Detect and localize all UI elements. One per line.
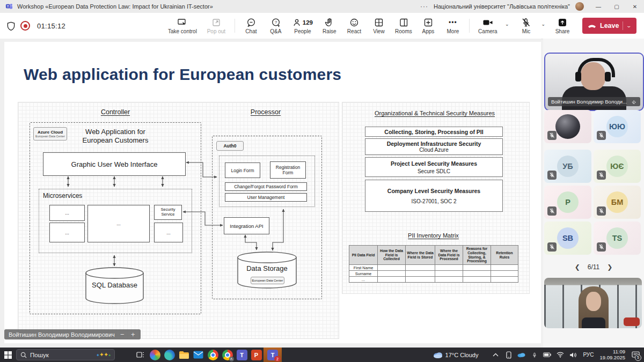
battery-icon[interactable] <box>543 350 551 360</box>
participant-tile[interactable]: ЮЄ <box>594 150 641 183</box>
tray-expand-chevron-icon[interactable] <box>492 350 500 360</box>
shared-screen-stage: Web application for European customers <box>0 39 541 348</box>
task-view-button[interactable] <box>133 348 148 362</box>
take-control-button[interactable]: Take control <box>163 14 202 38</box>
share-button[interactable]: Share <box>550 14 575 38</box>
minimize-button[interactable]: — <box>589 0 608 13</box>
teams-icon: T <box>237 350 247 360</box>
raise-hand-button[interactable]: Raise <box>317 14 342 38</box>
mic-muted-badge <box>597 171 606 180</box>
speaker-video-tile[interactable]: Войтишин Володимир Володи... <box>544 53 644 111</box>
volume-icon[interactable] <box>569 350 577 360</box>
camera-chevron-icon[interactable]: ⌄ <box>505 21 509 27</box>
table-row: ... <box>349 277 518 283</box>
view-button[interactable]: View <box>367 14 391 38</box>
leave-button[interactable]: Leave ⌄ <box>582 18 636 34</box>
zoom-in-button[interactable]: + <box>130 330 136 338</box>
participant-initials: Р <box>557 191 579 213</box>
chrome-icon <box>208 350 218 360</box>
data-storage-label: Data Storage <box>238 264 296 272</box>
taskbar-edge-button[interactable] <box>162 348 177 362</box>
raise-hand-icon <box>325 18 334 27</box>
apps-icon <box>423 18 433 27</box>
onedrive-icon[interactable] <box>517 350 525 360</box>
copilot-sparkles-icon: ✦✦✦✦ <box>96 351 111 358</box>
taskbar-copilot-button[interactable] <box>148 348 162 362</box>
weather-widget[interactable]: 17°C Cloudy <box>433 351 479 358</box>
zoom-out-button[interactable]: − <box>119 330 126 338</box>
rooms-button[interactable]: Rooms <box>391 14 416 38</box>
maximize-button[interactable]: ▢ <box>608 0 626 13</box>
chevron-left-icon[interactable]: ❮ <box>575 263 580 271</box>
table-row: Surname <box>349 271 518 277</box>
login-form-box: Login Form <box>225 162 260 178</box>
people-button[interactable]: 129 People <box>288 14 317 38</box>
titlebar-overflow-menu[interactable]: ··· <box>420 3 428 10</box>
close-button[interactable]: ✕ <box>626 0 644 13</box>
app-title: Web Application for European Customers <box>75 128 156 145</box>
qa-button[interactable]: ? Q&A <box>264 14 288 38</box>
pagination-label: 6/11 <box>588 263 599 271</box>
participant-tile[interactable]: УБ <box>544 150 591 183</box>
share-icon <box>558 18 567 27</box>
react-button[interactable]: React <box>342 14 367 38</box>
microservice-box: ... <box>87 205 150 242</box>
taskbar-explorer-button[interactable] <box>177 348 191 362</box>
participant-tile[interactable]: БМ <box>594 186 641 219</box>
taskbar-chrome-profile-button[interactable]: A <box>220 348 235 362</box>
copilot-icon <box>150 350 160 360</box>
windows-taskbar: Пошук ✦✦✦✦ A T P T 2 <box>0 348 644 362</box>
taskbar-mail-button[interactable] <box>191 348 206 362</box>
notification-center-button[interactable]: 5 <box>630 350 641 360</box>
mic-chevron-icon[interactable]: ⌄ <box>541 21 545 27</box>
chevron-right-icon[interactable]: ❯ <box>607 263 612 271</box>
svg-text:?: ? <box>275 20 277 25</box>
search-icon <box>20 352 27 358</box>
participants-pagination: ❮ 6/11 ❯ <box>543 261 644 273</box>
participant-tile[interactable]: Р <box>544 186 591 219</box>
qa-icon: ? <box>271 18 281 27</box>
window-title: Workshop «European Data Protection Law: … <box>17 3 213 10</box>
language-indicator[interactable]: РУС <box>583 352 594 358</box>
hangup-icon <box>588 24 596 28</box>
chat-button[interactable]: Chat <box>239 14 264 38</box>
participant-tile[interactable] <box>544 110 591 143</box>
more-button[interactable]: ••• More <box>441 14 465 38</box>
apps-button[interactable]: Apps <box>416 14 441 38</box>
taskbar-chrome-button[interactable] <box>206 348 220 362</box>
pop-out-button[interactable]: Pop out <box>202 14 231 38</box>
chat-icon <box>246 18 256 27</box>
mic-muted-badge <box>547 171 557 180</box>
svg-text:T: T <box>7 5 9 8</box>
participant-tile[interactable]: SB <box>544 221 591 255</box>
mic-muted-icon <box>521 18 531 27</box>
people-icon <box>292 18 301 27</box>
security-box-pii: Collecting, Storing, Processing of PII <box>365 127 503 137</box>
mic-muted-badge <box>597 206 606 216</box>
wifi-icon[interactable] <box>556 350 564 360</box>
participant-tile[interactable]: ЮЮ <box>594 110 641 143</box>
shield-icon <box>6 21 16 31</box>
taskbar-powerpoint-button[interactable]: P <box>249 348 264 362</box>
camera-button[interactable]: Camera <box>473 14 502 38</box>
participant-initials: ЮЮ <box>606 116 628 137</box>
people-count: 129 <box>303 19 313 26</box>
mic-button[interactable]: Mic <box>514 14 538 38</box>
taskbar-teams-button[interactable]: T <box>235 348 249 362</box>
leave-chevron-icon[interactable]: ⌄ <box>626 23 632 28</box>
clock[interactable]: 11:09 19.09.2025 <box>599 349 625 361</box>
user-avatar[interactable] <box>575 2 584 11</box>
participant-tile[interactable]: TS <box>594 221 641 255</box>
security-box-deployment: Deployment Infrastructure Security Cloud… <box>365 138 503 155</box>
mic-muted-badge <box>597 242 606 252</box>
profile-badge: A <box>229 357 234 361</box>
self-view-video[interactable] <box>544 278 642 328</box>
search-input[interactable]: Пошук ✦✦✦✦ <box>16 349 115 360</box>
phone-link-icon[interactable] <box>504 350 513 360</box>
registration-form-box: Registration Form <box>270 161 306 179</box>
taskbar-teams-active-button[interactable]: T 2 <box>264 348 282 362</box>
clock-date: 19.09.2025 <box>599 355 625 361</box>
start-button[interactable] <box>0 348 16 362</box>
tray-mic-icon[interactable] <box>530 350 538 360</box>
pin-icon <box>632 99 637 105</box>
